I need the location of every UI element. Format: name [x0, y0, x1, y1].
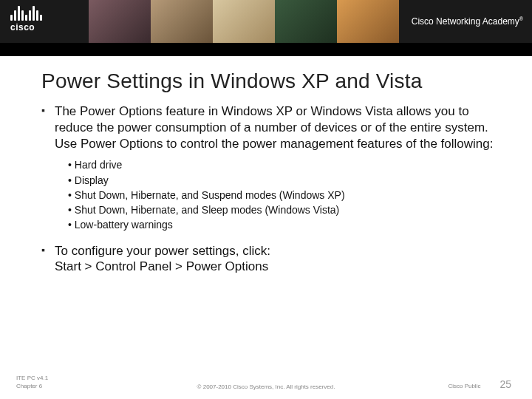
header-photo [275, 0, 337, 43]
config-path: Start > Control Panel > Power Options [55, 259, 498, 275]
footer-left: ITE PC v4.1 Chapter 6 [16, 375, 48, 390]
header-photo [89, 0, 151, 43]
cisco-logo-icon [10, 4, 42, 21]
footer-right: Cisco Public 25 [448, 378, 511, 390]
chapter-label: Chapter 6 [16, 383, 48, 390]
footer: ITE PC v4.1 Chapter 6 © 2007-2010 Cisco … [0, 375, 532, 390]
sub-bullet: Shut Down, Hibernate, and Sleep modes (W… [68, 202, 498, 217]
header-divider [0, 43, 532, 56]
cisco-wordmark: cisco [10, 22, 42, 33]
content-area: Power Settings in Windows XP and Vista T… [0, 56, 532, 275]
cisco-logo: cisco [10, 4, 42, 33]
header-photo-strip [89, 0, 399, 43]
academy-text: Cisco Networking Academy [412, 16, 519, 27]
sub-bullet: Display [68, 173, 498, 188]
bullet-text: The Power Options feature in Windows XP … [55, 104, 493, 151]
sub-bullet: Low-battery warnings [68, 217, 498, 232]
sub-bullet: Shut Down, Hibernate, and Suspend modes … [68, 188, 498, 202]
bullet-item: To configure your power settings, click:… [41, 243, 498, 276]
copyright: © 2007-2010 Cisco Systems, Inc. All righ… [197, 383, 335, 390]
slide: cisco Cisco Networking Academy® Power Se… [0, 0, 532, 399]
page-number: 25 [499, 378, 511, 390]
slide-title: Power Settings in Windows XP and Vista [41, 69, 498, 93]
sub-bullet-list: Hard drive Display Shut Down, Hibernate,… [41, 157, 498, 232]
header-bar: cisco Cisco Networking Academy® [0, 0, 532, 43]
course-code: ITE PC v4.1 [16, 375, 48, 382]
header-photo [151, 0, 213, 43]
bullet-text: To configure your power settings, click: [55, 244, 270, 258]
bullet-item: The Power Options feature in Windows XP … [41, 103, 498, 151]
header-photo [213, 0, 275, 43]
sub-bullet: Hard drive [68, 157, 498, 172]
academy-label: Cisco Networking Academy® [412, 16, 523, 27]
header-photo [337, 0, 399, 43]
classification-label: Cisco Public [448, 383, 480, 389]
trademark-icon: ® [519, 16, 523, 21]
